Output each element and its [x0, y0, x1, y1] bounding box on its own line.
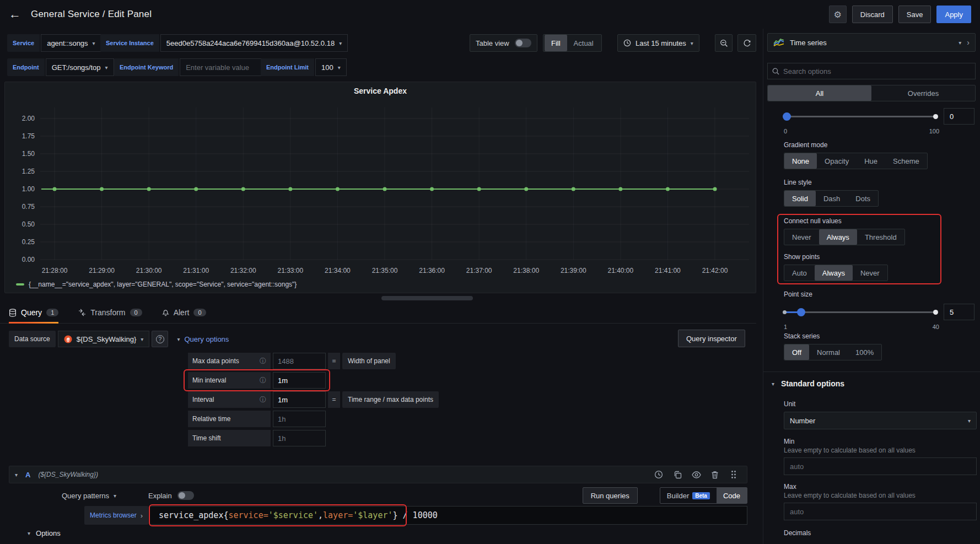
table-view-toggle[interactable]	[515, 39, 531, 47]
help-icon: ?	[156, 335, 164, 343]
time-range-picker[interactable]: Last 15 minutes ▾	[617, 34, 699, 52]
tab-transform[interactable]: Transform 0	[78, 302, 142, 324]
query-inspector-button[interactable]: Query inspector	[678, 330, 745, 347]
stack-100[interactable]: 100%	[848, 344, 881, 360]
points-never[interactable]: Never	[853, 265, 887, 281]
clock-icon	[623, 39, 631, 47]
svg-text:2.00: 2.00	[22, 115, 35, 122]
svg-text:0.25: 0.25	[22, 238, 35, 246]
fill-opacity-value[interactable]: 0	[944, 108, 974, 125]
save-button[interactable]: Save	[898, 6, 931, 23]
query-options-header[interactable]: ▾ Query options	[177, 335, 229, 343]
unit-select[interactable]: Number ▾	[784, 412, 977, 429]
points-auto[interactable]: Auto	[784, 265, 815, 281]
endpoint-select[interactable]: GET:/songs/top▾	[46, 58, 114, 76]
service-instance-select[interactable]: 5eed0e5758a244aca6e7699415d360aa@10.52.0…	[160, 34, 348, 52]
tab-overrides[interactable]: Overrides	[871, 85, 975, 101]
service-select[interactable]: agent::songs▾	[41, 34, 101, 52]
visualization-picker[interactable]: Time series ▾ ›	[767, 33, 976, 52]
svg-text:21:42:00: 21:42:00	[702, 267, 728, 274]
nulls-never[interactable]: Never	[784, 229, 819, 245]
tab-all[interactable]: All	[768, 85, 871, 101]
datasource-help-button[interactable]: ?	[152, 331, 168, 347]
max-input[interactable]	[784, 503, 977, 520]
svg-text:21:40:00: 21:40:00	[607, 267, 633, 274]
options-section-header[interactable]: ▾ Options	[28, 529, 61, 537]
back-arrow-icon[interactable]: ←	[9, 7, 21, 21]
line-dash[interactable]: Dash	[816, 191, 848, 206]
standard-options-header[interactable]: ▾ Standard options	[772, 379, 844, 388]
line-dots[interactable]: Dots	[848, 191, 878, 206]
endpoint-keyword-input[interactable]	[180, 58, 267, 76]
stack-series-section: Stack series Off Normal 100%	[784, 332, 882, 360]
transform-count-badge: 0	[130, 309, 142, 316]
points-always[interactable]: Always	[815, 265, 853, 281]
point-size-value[interactable]: 5	[944, 304, 974, 320]
endpoint-limit-select[interactable]: 100▾	[315, 58, 347, 76]
gradient-scheme[interactable]: Scheme	[885, 153, 927, 169]
variable-service-instance: Service Instance 5eed0e5758a244aca6e7699…	[100, 34, 348, 52]
svg-text:21:32:00: 21:32:00	[230, 267, 256, 274]
datasource-label: Data source	[9, 331, 56, 347]
chart-legend[interactable]: {__name__="service_apdex", layer="GENERA…	[16, 281, 297, 288]
query-duration-button[interactable]	[651, 468, 666, 481]
interval-input[interactable]: 1m	[273, 391, 326, 408]
tab-query[interactable]: Query 1	[9, 302, 58, 324]
svg-text:0.75: 0.75	[22, 203, 35, 211]
gradient-opacity[interactable]: Opacity	[817, 153, 857, 169]
builder-option[interactable]: BuilderBeta	[660, 488, 717, 503]
min-section: Min Leave empty to calculate based on al…	[784, 438, 977, 475]
max-data-points-input[interactable]: 1488	[273, 353, 326, 369]
fill-option[interactable]: Fill	[545, 35, 567, 51]
relative-time-input[interactable]: 1h	[273, 411, 326, 427]
point-size-slider[interactable]	[784, 311, 937, 313]
zoom-out-button[interactable]	[715, 34, 733, 52]
refresh-button[interactable]	[737, 34, 756, 52]
slider-handle[interactable]	[783, 112, 791, 121]
panel-settings-button[interactable]: ⚙	[829, 6, 847, 23]
service-instance-label: Service Instance	[100, 34, 159, 52]
chevron-down-icon: ▾	[141, 336, 143, 342]
nulls-always[interactable]: Always	[819, 229, 857, 245]
option-interval: Intervalⓘ 1m = Time range / max data poi…	[188, 391, 439, 408]
line-solid[interactable]: Solid	[784, 191, 816, 206]
panel-resize-handle[interactable]	[381, 296, 473, 300]
min-input[interactable]	[784, 457, 977, 475]
decimals-section: Decimals	[784, 529, 811, 541]
actual-option[interactable]: Actual	[567, 35, 600, 51]
search-options-input[interactable]	[767, 63, 976, 79]
hide-query-button[interactable]	[688, 468, 704, 481]
time-range-label: Last 15 minutes	[636, 39, 686, 47]
chevron-down-icon: ▾	[28, 530, 30, 536]
chevron-down-icon: ▾	[691, 40, 693, 46]
tab-alert[interactable]: Alert 0	[162, 302, 206, 324]
nulls-threshold[interactable]: Threshold	[857, 229, 904, 245]
apply-button[interactable]: Apply	[936, 6, 971, 23]
discard-button[interactable]: Discard	[852, 6, 893, 23]
fill-opacity-slider[interactable]	[784, 116, 937, 117]
delete-query-button[interactable]	[707, 468, 723, 481]
duplicate-query-button[interactable]	[670, 468, 685, 481]
gradient-none[interactable]: None	[784, 153, 817, 169]
slider-handle[interactable]	[797, 308, 805, 316]
drag-query-handle[interactable]	[726, 468, 741, 481]
datasource-select[interactable]: ${DS_SkyWalking}▾	[58, 331, 150, 347]
code-option[interactable]: Code	[717, 488, 747, 503]
chevron-down-icon: ▾	[15, 472, 18, 478]
explain-toggle[interactable]	[177, 491, 194, 500]
standard-options-divider	[763, 371, 980, 372]
svg-text:21:38:00: 21:38:00	[513, 267, 539, 274]
table-view-label: Table view	[476, 39, 509, 47]
chart-title: Service Apdex	[5, 87, 756, 95]
gradient-hue[interactable]: Hue	[857, 153, 885, 169]
query-patterns-dropdown[interactable]: Query patterns ▾	[62, 492, 116, 500]
run-queries-button[interactable]: Run queries	[583, 487, 638, 504]
query-row-a[interactable]: ▾ A (${DS_SkyWalking})	[9, 466, 747, 483]
stack-off[interactable]: Off	[784, 344, 809, 360]
min-interval-input[interactable]: 1m	[273, 372, 326, 389]
stack-normal[interactable]: Normal	[809, 344, 848, 360]
promql-editor[interactable]: service_apdex{service='$service', layer=…	[149, 506, 747, 525]
metrics-browser-button[interactable]: Metrics browser ›	[84, 506, 148, 525]
time-shift-input[interactable]: 1h	[273, 430, 326, 446]
collapse-pane-icon[interactable]: ›	[967, 38, 970, 47]
